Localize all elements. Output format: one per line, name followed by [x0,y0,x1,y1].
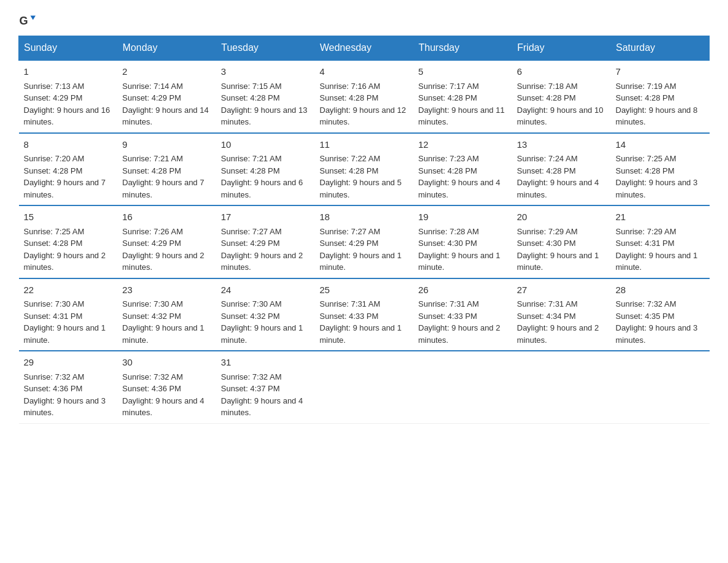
day-number: 23 [123,283,211,297]
calendar-cell: 24Sunrise: 7:30 AMSunset: 4:32 PMDayligh… [216,278,315,351]
daylight-text: Daylight: 9 hours and 3 minutes. [616,178,698,199]
sunset-text: Sunset: 4:28 PM [616,93,675,102]
daylight-text: Daylight: 9 hours and 11 minutes. [419,105,505,127]
calendar-week-row: 22Sunrise: 7:30 AMSunset: 4:31 PMDayligh… [19,278,710,351]
sunset-text: Sunset: 4:28 PM [24,166,83,175]
sunrise-text: Sunrise: 7:28 AM [419,227,479,236]
calendar-cell: 31Sunrise: 7:32 AMSunset: 4:37 PMDayligh… [216,351,315,423]
day-number: 20 [517,210,606,224]
calendar-cell: 12Sunrise: 7:23 AMSunset: 4:28 PMDayligh… [414,133,512,206]
day-number: 1 [24,65,113,79]
daylight-text: Daylight: 9 hours and 7 minutes. [123,178,205,199]
sunset-text: Sunset: 4:28 PM [419,93,477,102]
daylight-text: Daylight: 9 hours and 1 minute. [517,251,599,272]
sunrise-text: Sunrise: 7:32 AM [616,299,677,308]
sunrise-text: Sunrise: 7:31 AM [517,299,578,308]
daylight-text: Daylight: 9 hours and 2 minutes. [123,251,205,272]
daylight-text: Daylight: 9 hours and 8 minutes. [616,105,698,127]
calendar-cell: 6Sunrise: 7:18 AMSunset: 4:28 PMDaylight… [512,60,611,133]
calendar-cell: 23Sunrise: 7:30 AMSunset: 4:32 PMDayligh… [118,278,216,351]
daylight-text: Daylight: 9 hours and 1 minute. [616,251,698,272]
day-number: 8 [24,138,113,152]
svg-text:G: G [19,15,28,27]
daylight-text: Daylight: 9 hours and 1 minute. [320,323,402,345]
daylight-text: Daylight: 9 hours and 1 minute. [221,323,303,345]
daylight-text: Daylight: 9 hours and 3 minutes. [616,323,698,345]
day-number: 16 [123,210,211,224]
day-number: 3 [221,65,310,79]
daylight-text: Daylight: 9 hours and 12 minutes. [320,105,406,127]
sunrise-text: Sunrise: 7:19 AM [616,82,677,91]
calendar-header-friday: Friday [512,36,611,61]
sunset-text: Sunset: 4:28 PM [419,166,477,175]
calendar-cell: 10Sunrise: 7:21 AMSunset: 4:28 PMDayligh… [216,133,315,206]
day-number: 18 [320,210,409,224]
calendar-cell: 5Sunrise: 7:17 AMSunset: 4:28 PMDaylight… [414,60,512,133]
sunrise-text: Sunrise: 7:30 AM [221,299,282,308]
daylight-text: Daylight: 9 hours and 2 minutes. [221,251,303,272]
day-number: 31 [221,356,310,370]
daylight-text: Daylight: 9 hours and 6 minutes. [221,178,303,199]
calendar-header-wednesday: Wednesday [315,36,414,61]
calendar-table: SundayMondayTuesdayWednesdayThursdayFrid… [18,36,710,424]
calendar-week-row: 8Sunrise: 7:20 AMSunset: 4:28 PMDaylight… [19,133,710,206]
sunrise-text: Sunrise: 7:20 AM [24,154,85,163]
daylight-text: Daylight: 9 hours and 5 minutes. [320,178,402,199]
calendar-cell: 19Sunrise: 7:28 AMSunset: 4:30 PMDayligh… [414,205,512,278]
sunrise-text: Sunrise: 7:25 AM [616,154,677,163]
sunrise-text: Sunrise: 7:30 AM [24,299,85,308]
day-number: 7 [616,65,705,79]
sunset-text: Sunset: 4:33 PM [320,312,379,321]
sunset-text: Sunset: 4:37 PM [221,384,280,393]
sunrise-text: Sunrise: 7:32 AM [221,372,282,381]
sunrise-text: Sunrise: 7:13 AM [24,82,85,91]
sunset-text: Sunset: 4:28 PM [123,166,181,175]
sunrise-text: Sunrise: 7:30 AM [123,299,183,308]
sunset-text: Sunset: 4:28 PM [320,93,379,102]
day-number: 15 [24,210,113,224]
day-number: 5 [419,65,507,79]
calendar-cell: 29Sunrise: 7:32 AMSunset: 4:36 PMDayligh… [19,351,118,423]
sunset-text: Sunset: 4:29 PM [123,93,181,102]
sunset-text: Sunset: 4:29 PM [24,93,83,102]
calendar-cell: 15Sunrise: 7:25 AMSunset: 4:28 PMDayligh… [19,205,118,278]
day-number: 22 [24,283,113,297]
sunset-text: Sunset: 4:30 PM [419,239,477,248]
sunrise-text: Sunrise: 7:22 AM [320,154,381,163]
calendar-cell: 16Sunrise: 7:26 AMSunset: 4:29 PMDayligh… [118,205,216,278]
sunrise-text: Sunrise: 7:29 AM [616,227,677,236]
calendar-cell: 18Sunrise: 7:27 AMSunset: 4:29 PMDayligh… [315,205,414,278]
daylight-text: Daylight: 9 hours and 1 minute. [419,251,501,272]
sunrise-text: Sunrise: 7:24 AM [517,154,578,163]
day-number: 28 [616,283,705,297]
sunrise-text: Sunrise: 7:16 AM [320,82,381,91]
day-number: 11 [320,138,409,152]
daylight-text: Daylight: 9 hours and 10 minutes. [517,105,604,127]
sunrise-text: Sunrise: 7:31 AM [419,299,479,308]
daylight-text: Daylight: 9 hours and 16 minutes. [24,105,110,127]
day-number: 6 [517,65,606,79]
calendar-week-row: 29Sunrise: 7:32 AMSunset: 4:36 PMDayligh… [19,351,710,423]
sunset-text: Sunset: 4:35 PM [616,312,675,321]
calendar-header-sunday: Sunday [19,36,118,61]
daylight-text: Daylight: 9 hours and 4 minutes. [517,178,599,199]
day-number: 26 [419,283,507,297]
page-header: G [18,12,710,29]
calendar-empty-cell [315,351,414,423]
calendar-header-tuesday: Tuesday [216,36,315,61]
sunrise-text: Sunrise: 7:18 AM [517,82,578,91]
sunset-text: Sunset: 4:28 PM [517,166,576,175]
logo-icon: G [18,12,36,29]
calendar-week-row: 1Sunrise: 7:13 AMSunset: 4:29 PMDaylight… [19,60,710,133]
sunrise-text: Sunrise: 7:25 AM [24,227,85,236]
daylight-text: Daylight: 9 hours and 4 minutes. [419,178,501,199]
calendar-empty-cell [611,351,710,423]
svg-marker-1 [31,16,36,20]
sunrise-text: Sunrise: 7:32 AM [24,372,85,381]
calendar-cell: 13Sunrise: 7:24 AMSunset: 4:28 PMDayligh… [512,133,611,206]
sunset-text: Sunset: 4:29 PM [123,239,181,248]
calendar-body: 1Sunrise: 7:13 AMSunset: 4:29 PMDaylight… [19,60,710,423]
sunrise-text: Sunrise: 7:27 AM [221,227,282,236]
sunset-text: Sunset: 4:29 PM [320,239,379,248]
sunrise-text: Sunrise: 7:21 AM [221,154,282,163]
